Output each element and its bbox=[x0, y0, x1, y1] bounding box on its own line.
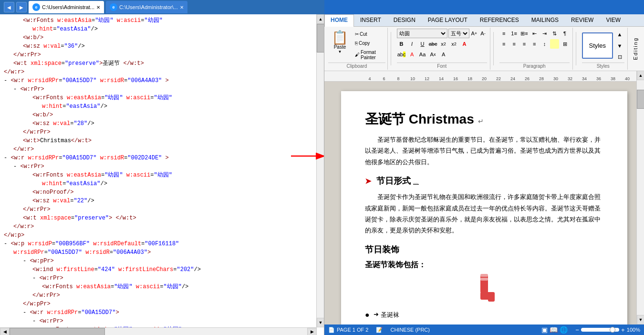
borders-button[interactable]: ⊞ bbox=[560, 39, 569, 49]
text-highlight-button[interactable]: abc bbox=[397, 50, 406, 59]
doc-heading2-2: 节日装饰 bbox=[365, 244, 603, 255]
numbered-list-button[interactable]: 1≡ bbox=[509, 29, 519, 38]
zoom-out-button[interactable]: − bbox=[575, 326, 579, 334]
ruler: 4 6 8 10 12 14 16 18 20 22 24 26 28 30 3… bbox=[324, 71, 644, 82]
doc-heading3-1: 圣诞节装饰包括： bbox=[365, 260, 603, 270]
tab-page-layout[interactable]: PAGE LAYOUT bbox=[422, 14, 474, 26]
show-formatting-button[interactable]: ¶ bbox=[560, 29, 569, 38]
ruler-mark-20: 20 bbox=[477, 76, 491, 81]
justify-button[interactable]: ≡ bbox=[530, 39, 539, 49]
ruler-mark-6: 6 bbox=[377, 76, 391, 81]
shrink-font-button[interactable]: A- bbox=[479, 29, 487, 38]
tab-review[interactable]: REVIEW bbox=[565, 14, 600, 26]
xml-line: <w:rFonts w:eastAsia="幼园" w:ascii="幼园"/> bbox=[4, 283, 320, 291]
doc-scroll-thumb[interactable] bbox=[637, 90, 644, 109]
font-color-button[interactable]: A bbox=[407, 50, 417, 59]
increase-indent-button[interactable]: ⇥ bbox=[540, 29, 549, 38]
tab-design[interactable]: DESIGN bbox=[387, 14, 422, 26]
tab-references[interactable]: REFERENCES bbox=[474, 14, 525, 26]
sort-button[interactable]: ⇅ bbox=[550, 29, 559, 38]
copy-label: Copy bbox=[359, 41, 370, 46]
zoom-slider[interactable] bbox=[581, 328, 619, 332]
page-icon: 📄 bbox=[328, 327, 335, 333]
title-bar-right bbox=[324, 0, 644, 14]
styles-more-button[interactable]: ⊡ bbox=[615, 52, 624, 62]
word-panel: HOME INSERT DESIGN PAGE LAYOUT REFERENCE… bbox=[324, 14, 644, 335]
paragraph-group: ≡ 1≡ ⊞≡ ⇤ ⇥ ⇅ ¶ ≡ ≡ ≡ ≡ bbox=[497, 28, 573, 70]
decrease-indent-button[interactable]: ⇤ bbox=[530, 29, 539, 38]
scroll-thumb-h[interactable] bbox=[10, 328, 105, 335]
sock-image-container bbox=[365, 274, 603, 309]
clipboard-label: Clipboard bbox=[328, 63, 385, 69]
tab-home[interactable]: HOME bbox=[324, 14, 354, 27]
font-dialog-button[interactable]: A bbox=[439, 50, 448, 59]
xml-content[interactable]: <w:rFonts w:eastAsia="幼园" w:ascii="幼园" w… bbox=[0, 14, 324, 335]
ie-icon-2: e bbox=[110, 3, 117, 11]
italic-button[interactable]: I bbox=[407, 39, 417, 49]
back-button[interactable]: ◀ bbox=[4, 2, 14, 12]
paragraph-group-label: Paragraph bbox=[499, 63, 570, 69]
format-painter-button[interactable]: 🖌 Format Painter bbox=[353, 48, 385, 62]
scroll-left[interactable]: ◀ bbox=[0, 328, 10, 335]
xml-line: <w:ind w:firstLine="424" w:firstLineChar… bbox=[4, 265, 320, 274]
styles-box[interactable]: Styles bbox=[582, 32, 613, 59]
web-layout-button[interactable]: 🌐 bbox=[560, 326, 568, 334]
strikethrough-button[interactable]: abc bbox=[428, 39, 438, 49]
superscript-button[interactable]: x2 bbox=[449, 39, 459, 49]
clear-format-button[interactable]: Ax bbox=[428, 50, 438, 59]
paste-button[interactable]: 📋 Paste ▼ bbox=[328, 29, 352, 63]
print-layout-button[interactable]: ▣ bbox=[541, 326, 548, 334]
tab-mailings[interactable]: MAILINGS bbox=[525, 14, 565, 26]
forward-button[interactable]: ▶ bbox=[16, 2, 27, 12]
line-spacing-button[interactable]: ↕ bbox=[540, 39, 549, 49]
styles-up-button[interactable]: ▲ bbox=[615, 30, 624, 39]
copy-button[interactable]: ⎘ Copy bbox=[353, 39, 385, 47]
tab-word-close[interactable]: ✕ bbox=[180, 5, 184, 10]
xml-line: - <w:rPr> bbox=[4, 274, 320, 283]
title-bar-left: ◀ ▶ e C:\Users\Administrat... ✕ e C:\Use… bbox=[0, 0, 324, 14]
title-bar: ◀ ▶ e C:\Users\Administrat... ✕ e C:\Use… bbox=[0, 0, 644, 14]
tab-xml-label: C:\Users\Administrat... bbox=[42, 4, 94, 10]
zoom-in-button[interactable]: + bbox=[621, 326, 625, 334]
bold-button[interactable]: B bbox=[397, 39, 406, 49]
cut-label: Cut bbox=[360, 31, 367, 37]
ruler-mark-32: 32 bbox=[563, 76, 577, 81]
scroll-right[interactable]: ▶ bbox=[307, 328, 317, 335]
change-case-button[interactable]: Aa bbox=[418, 50, 427, 59]
tab-xml[interactable]: e C:\Users\Administrat... ✕ bbox=[29, 1, 104, 13]
underline-button[interactable]: U bbox=[418, 39, 427, 49]
ruler-mark-26: 26 bbox=[520, 76, 534, 81]
cut-button[interactable]: ✂ Cut bbox=[353, 30, 385, 38]
xml-panel: <w:rFonts w:eastAsia="幼园" w:ascii="幼园" w… bbox=[0, 14, 324, 335]
bullets-button[interactable]: ≡ bbox=[499, 29, 509, 38]
font-size-select[interactable]: 五号 bbox=[448, 29, 469, 38]
scroll-up[interactable]: ▲ bbox=[317, 14, 324, 24]
ruler-marks: 4 6 8 10 12 14 16 18 20 22 24 26 28 30 3… bbox=[363, 71, 644, 81]
text-effects-button[interactable]: A bbox=[460, 39, 469, 49]
xml-scrollbar-v[interactable]: ▲ ▼ bbox=[316, 14, 324, 327]
scroll-thumb-v[interactable] bbox=[317, 24, 324, 52]
align-right-button[interactable]: ≡ bbox=[519, 39, 529, 49]
styles-down-button[interactable]: ▼ bbox=[615, 41, 624, 51]
tab-view[interactable]: VIEW bbox=[600, 14, 627, 26]
tab-xml-close[interactable]: ✕ bbox=[96, 5, 100, 10]
tab-word[interactable]: e C:\Users\Administrator\... ✕ bbox=[106, 1, 187, 13]
shading-button[interactable] bbox=[550, 39, 559, 49]
styles-box-label: Styles bbox=[589, 42, 606, 49]
font-name-select[interactable]: 幼圆 bbox=[397, 29, 447, 38]
multilevel-list-button[interactable]: ⊞≡ bbox=[519, 29, 529, 38]
subscript-button[interactable]: x2 bbox=[439, 39, 448, 49]
align-center-button[interactable]: ≡ bbox=[509, 39, 519, 49]
doc-scrollbar-v[interactable]: ▲ ▼ bbox=[636, 82, 644, 325]
doc-area[interactable]: ▲ ▼ 圣诞节 Christmas ↵ 圣诞节基督教纪念耶稣诞生的重要节日。在圣… bbox=[324, 82, 644, 325]
doc-scroll-down[interactable]: ▼ bbox=[637, 315, 644, 325]
ruler-mark-10: 10 bbox=[405, 76, 420, 81]
grow-font-button[interactable]: A+ bbox=[470, 29, 478, 38]
tab-insert[interactable]: INSERT bbox=[354, 14, 387, 26]
align-left-button[interactable]: ≡ bbox=[499, 39, 509, 49]
reading-mode-button[interactable]: 📖 bbox=[550, 326, 558, 334]
xml-line: - <w:rPr> bbox=[4, 317, 320, 325]
xml-line: <w:sz w:val="22"/> bbox=[4, 197, 320, 205]
scroll-down[interactable]: ▼ bbox=[317, 318, 324, 327]
xml-scrollbar-h[interactable]: ◀ ▶ bbox=[0, 327, 317, 335]
